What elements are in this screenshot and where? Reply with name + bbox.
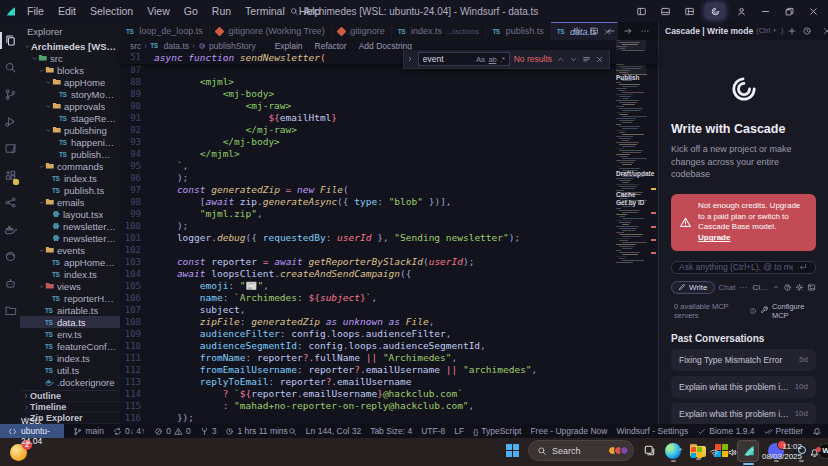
prettier-indicator[interactable]: Prettier [764,426,803,436]
tree-item-commands[interactable]: commands [20,160,120,172]
tab--gitignore-working-tree-[interactable]: .gitignore (Working Tree) [210,22,332,40]
regex-icon[interactable]: .* [500,55,504,64]
cascade-toggle-icon[interactable] [705,3,725,19]
find-next-icon[interactable] [569,55,578,64]
arrow-right-icon[interactable] [623,26,633,36]
chat-mode-button[interactable]: Chat [719,283,736,292]
task-view-icon[interactable] [643,444,656,457]
breadcrumb-item[interactable]: data.ts [164,41,190,51]
activity-search[interactable] [0,54,20,81]
tree-item-reporterhome-ts[interactable]: TSreporterHome.ts [20,292,120,304]
taskbar-widgets[interactable]: 2 [10,444,27,461]
tree-item-index-ts[interactable]: TSindex.ts [20,352,120,364]
zoom-indicator[interactable] [288,427,297,436]
conversation-item[interactable]: Explain what this problem is and h...10d [671,403,816,424]
activity-explorer[interactable] [0,27,20,54]
cursor-position[interactable]: Ln 144, Col 32 [306,426,361,436]
tree-item-src[interactable]: src [20,52,120,64]
tray-expand-icon[interactable]: ⌃ [676,447,684,457]
menu-terminal[interactable]: Terminal [238,5,292,17]
wifi-icon[interactable] [709,447,720,458]
new-conversation-icon[interactable] [787,26,797,36]
image-icon[interactable] [807,283,816,292]
customize-layout-icon[interactable] [678,1,700,21]
activity-org-chart[interactable] [0,189,20,216]
conversation-item[interactable]: Fixing Type Mismatch Error5d [671,349,816,371]
tree-item-storymodal-ts[interactable]: TSstoryModal.ts [20,88,120,100]
minimap[interactable]: PublishDraft/updateCacheGet by ID [616,40,646,322]
tree-item-newsletteremai-[interactable]: newsletterEmai... [20,220,120,232]
breadcrumb-item[interactable]: publishStory [209,41,256,51]
activity-ai-assistant[interactable] [0,270,20,297]
start-button-icon[interactable] [506,444,519,457]
tree-item-approvals[interactable]: approvals [20,100,120,112]
tab-size[interactable]: Tab Size: 4 [370,426,412,436]
sync-indicator[interactable]: 0↓ 4↑ [113,426,145,436]
tree-item-index-ts[interactable]: TSindex.ts [20,172,120,184]
time-tracker[interactable]: 1 hrs 11 mins [225,426,287,436]
tree-item-stagerequest-[interactable]: TSstageRequest... [20,112,120,124]
section-outline[interactable]: Outline [20,391,120,402]
restore-icon[interactable] [778,1,800,21]
tree-item-events[interactable]: events [20,244,120,256]
tray-app-icon[interactable] [691,447,702,458]
activity-extensions[interactable] [0,162,20,189]
minimize-icon[interactable] [754,1,776,21]
menu-selection[interactable]: Selection [83,5,140,17]
notifications-bell[interactable] [812,426,822,436]
taskbar-search[interactable]: Search [528,440,634,461]
problems-indicator[interactable]: 00 [154,426,190,436]
find-collapse-icon[interactable] [406,55,414,63]
write-mode-button[interactable]: Write [671,281,715,294]
more-icon[interactable] [640,26,650,36]
branch-indicator[interactable]: main [73,426,103,436]
clock[interactable]: 11:02 08/03/2025 [762,442,802,462]
whole-word-icon[interactable]: ab [489,55,497,64]
activity-docker[interactable] [0,216,20,243]
close-icon[interactable] [802,1,824,21]
tab-index-ts[interactable]: TSindex.ts.../actions [392,22,487,40]
mode-more-icon[interactable] [739,283,748,292]
tree-item-env-ts[interactable]: TSenv.ts [20,328,120,340]
section-timeline[interactable]: Timeline [20,402,120,413]
find-prev-icon[interactable] [556,55,565,64]
tree-item-apphomeope-[interactable]: TSappHomeOpe... [20,256,120,268]
notification-bell-icon[interactable] [809,447,820,458]
tree-item-util-ts[interactable]: TSutil.ts [20,364,120,376]
breadcrumb-item[interactable]: src [130,41,141,51]
tree-item-publishing[interactable]: publishing [20,124,120,136]
biome-indicator[interactable]: Biome 1.9.4 [697,426,754,436]
code-area[interactable]: 8788 <mjml>89 <mj-body>90 <mj-raw>91 ${e… [120,64,658,424]
help-icon[interactable] [783,283,792,292]
tree-item-airtable-ts[interactable]: TSairtable.ts [20,304,120,316]
split-icon[interactable] [589,26,599,36]
tree-item-layout-tsx[interactable]: layout.tsx [20,208,120,220]
tree-item-publishmodal-[interactable]: TSpublishModal... [20,148,120,160]
start-button[interactable] [506,444,519,460]
ports-indicator[interactable]: 3 [200,426,217,436]
menu-go[interactable]: Go [177,5,205,17]
model-selector[interactable]: Claude 3.7 So... [752,283,816,292]
menu-view[interactable]: View [140,5,177,17]
close-panel-icon[interactable] [822,26,828,36]
volume-icon[interactable] [727,447,738,458]
toggle-panel-icon[interactable] [654,1,676,21]
history-icon[interactable] [802,26,812,36]
tree-item-newsletteremai-[interactable]: newsletterEmai... [20,232,120,244]
tree-item-archimedes-wsl-ubunt-[interactable]: Archimedes [WSL: ubunt... [20,40,120,52]
settings-icon[interactable] [795,283,804,292]
tree-item--dockerignore[interactable]: .dockerignore [20,376,120,388]
conversation-item[interactable]: Explain what this problem is and h...10d [671,376,816,398]
remote-indicator[interactable]: WSL: ubuntu-24.04 [0,424,64,438]
tree-item-emails[interactable]: emails [20,196,120,208]
find-close-icon[interactable] [595,55,604,64]
tree-item-blocks[interactable]: blocks [20,64,120,76]
codelens-explain[interactable]: Explain [275,41,303,51]
taskbar-search-pill[interactable]: Search [528,440,634,464]
gear-icon[interactable] [572,26,582,36]
pen-icon[interactable] [745,447,755,457]
match-case-icon[interactable]: Aa [476,55,485,64]
tab--gitignore[interactable]: .gitignore [332,22,392,40]
activity-remote-explorer[interactable] [0,135,20,162]
activity-project-manager[interactable] [0,297,20,324]
